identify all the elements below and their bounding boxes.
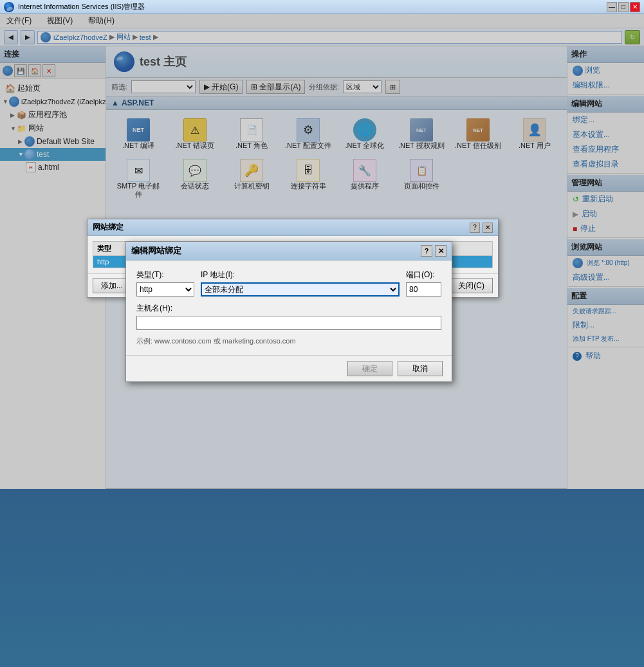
ok-button[interactable]: 确定: [347, 361, 392, 376]
form-group-ip: IP 地址(I): 全部未分配: [201, 270, 400, 297]
form-group-port: 端口(O):: [406, 270, 441, 297]
site-binding-title-text: 网站绑定: [93, 222, 124, 233]
edit-binding-dialog: 编辑网站绑定 ? ✕ 类型(T): http IP 地址(I): 全部未分配: [125, 241, 452, 382]
type-select[interactable]: http: [136, 282, 194, 297]
titlebar-text: Internet Information Services (IIS)管理器: [18, 2, 607, 12]
edit-binding-title: 编辑网站绑定 ? ✕: [126, 242, 452, 260]
edit-binding-body: 类型(T): http IP 地址(I): 全部未分配 端口(O): 主机名(H…: [126, 260, 452, 355]
ip-label: IP 地址(I):: [201, 270, 400, 280]
hostname-label: 主机名(H):: [136, 303, 441, 314]
titlebar-icon: [4, 2, 14, 12]
edit-binding-footer: 确定 取消: [126, 355, 452, 381]
form-group-hostname: 主机名(H):: [136, 303, 441, 330]
window-maximize-button[interactable]: □: [618, 2, 629, 12]
title-bar: Internet Information Services (IIS)管理器 —…: [0, 0, 644, 14]
type-label: 类型(T):: [136, 270, 194, 280]
hostname-input[interactable]: [136, 316, 441, 330]
site-binding-close-button[interactable]: ✕: [483, 223, 493, 233]
site-binding-help-button[interactable]: ?: [470, 223, 480, 233]
example-text: 示例: www.contoso.com 或 marketing.contoso.…: [136, 336, 441, 346]
window-minimize-button[interactable]: —: [607, 2, 617, 12]
edit-binding-help-button[interactable]: ?: [421, 245, 432, 257]
edit-binding-close-button[interactable]: ✕: [435, 245, 446, 257]
site-binding-dialog-title: 网站绑定 ? ✕: [87, 219, 498, 236]
port-input[interactable]: [406, 282, 441, 297]
cancel-button[interactable]: 取消: [398, 361, 443, 376]
close-binding-button[interactable]: 关闭(C): [450, 278, 493, 293]
form-row-top: 类型(T): http IP 地址(I): 全部未分配 端口(O):: [136, 270, 441, 297]
port-label: 端口(O):: [406, 270, 441, 280]
ip-select[interactable]: 全部未分配: [201, 282, 400, 297]
form-group-type: 类型(T): http: [136, 270, 194, 297]
window-close-button[interactable]: ✕: [630, 2, 640, 12]
edit-binding-title-text: 编辑网站绑定: [131, 245, 181, 257]
